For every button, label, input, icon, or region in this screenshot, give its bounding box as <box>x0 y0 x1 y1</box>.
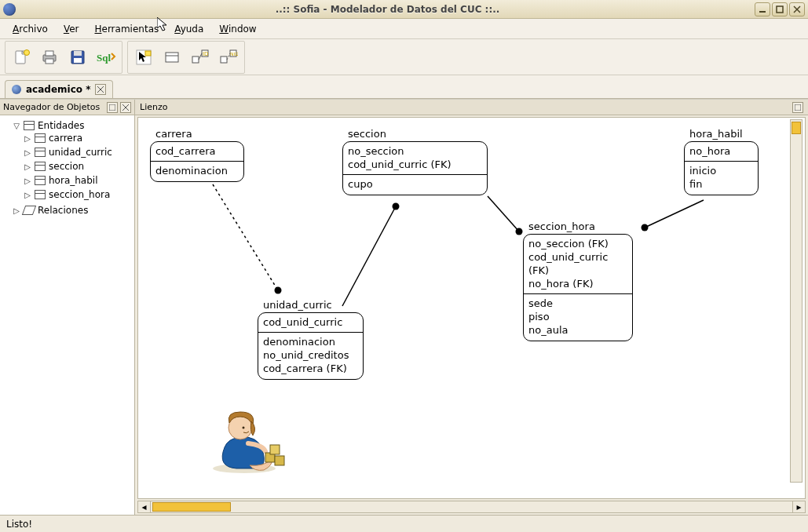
attr: no_seccion <box>348 144 482 158</box>
entity-hora-habil[interactable]: hora_habil no_hora inicio fin <box>684 141 759 195</box>
chevron-right-icon: ▷ <box>24 191 31 199</box>
entity-icon <box>35 190 46 199</box>
entity-title: seccion <box>348 128 386 140</box>
minimize-button[interactable] <box>755 2 770 16</box>
tree-label: Relaciones <box>38 205 88 216</box>
document-tabs: academico * <box>0 75 808 99</box>
nonidentifying-relationship-button[interactable]: NID <box>214 43 243 71</box>
menu-ayuda[interactable]: Ayuda <box>168 21 210 37</box>
sql-button[interactable]: Sql <box>92 43 120 71</box>
canvas-maximize-icon[interactable] <box>792 102 803 113</box>
document-icon <box>12 85 21 94</box>
svg-rect-30 <box>109 104 115 111</box>
canvas-title: Lienzo <box>140 102 167 112</box>
svg-point-7 <box>24 49 30 55</box>
entity-icon <box>35 176 46 185</box>
tab-label: academico * <box>26 84 90 95</box>
tree-node-entidades[interactable]: ▽ Entidades <box>13 120 133 131</box>
entity-carrera[interactable]: carrera cod_carrera denominacion <box>150 141 244 182</box>
tree-node-seccion-hora[interactable]: ▷seccion_hora <box>24 189 133 200</box>
attr: cod_carrera (FK) <box>263 362 358 375</box>
attr: cod_unid_curric (FK) <box>528 250 627 277</box>
attr: piso <box>528 310 627 323</box>
scrollbar-thumb[interactable] <box>152 502 231 512</box>
tree-node-unidad-curric[interactable]: ▷unidad_curric <box>24 147 133 158</box>
entity-unidad-curric[interactable]: unidad_curric cod_unid_curric denominaci… <box>258 312 364 380</box>
attr: sede <box>528 297 627 310</box>
scroll-right-icon[interactable]: ▸ <box>792 501 805 512</box>
attr: no_unid_creditos <box>263 348 358 362</box>
entity-tool-button[interactable] <box>158 43 186 71</box>
attr: no_seccion (FK) <box>528 237 627 250</box>
tree-label: seccion_hora <box>49 189 110 200</box>
identifying-relationship-button[interactable]: ID <box>186 43 214 71</box>
menu-herramientas[interactable]: Herramientas <box>88 21 165 37</box>
close-button[interactable] <box>789 2 805 16</box>
svg-text:ID: ID <box>203 51 208 57</box>
tree-label: hora_habil <box>49 175 97 186</box>
new-document-button[interactable] <box>7 43 35 71</box>
menu-window[interactable]: Window <box>213 21 262 37</box>
tab-close-button[interactable] <box>95 84 106 95</box>
tree-node-seccion[interactable]: ▷seccion <box>24 161 133 172</box>
entity-title: unidad_curric <box>263 299 332 311</box>
status-bar: Listo! <box>0 515 808 532</box>
attr: denominacion <box>155 164 239 177</box>
svg-rect-46 <box>275 456 284 465</box>
attr: no_hora (FK) <box>528 277 627 290</box>
svg-rect-10 <box>46 59 53 64</box>
svg-line-38 <box>488 196 519 231</box>
chevron-right-icon: ▷ <box>24 162 31 171</box>
chevron-down-icon: ▽ <box>13 122 20 130</box>
tree-node-carrera[interactable]: ▷carrera <box>24 133 133 144</box>
svg-text:Sql: Sql <box>97 52 111 64</box>
svg-point-44 <box>243 427 245 429</box>
svg-point-41 <box>642 224 649 231</box>
title-bar: ..:: Sofia - Modelador de Datos del CUC … <box>0 0 808 19</box>
tab-academico[interactable]: academico * <box>5 80 113 98</box>
svg-line-36 <box>342 206 396 306</box>
save-button[interactable] <box>64 43 92 71</box>
svg-rect-1 <box>777 6 783 13</box>
tree-label: carrera <box>49 133 82 144</box>
object-tree[interactable]: ▽ Entidades ▷carrera ▷unidad_curric ▷sec… <box>0 115 134 515</box>
menu-ver[interactable]: Ver <box>57 21 86 37</box>
svg-rect-18 <box>166 53 178 62</box>
relation-icon <box>22 206 36 215</box>
entity-title: seccion_hora <box>528 220 595 232</box>
attr: no_hora <box>689 144 753 158</box>
attr: fin <box>689 177 753 191</box>
svg-rect-20 <box>192 56 199 63</box>
entity-seccion[interactable]: seccion no_seccion cod_unid_curric (FK) … <box>342 141 488 195</box>
chevron-right-icon: ▷ <box>24 148 31 157</box>
navigator-maximize-icon[interactable] <box>107 102 118 113</box>
menu-archivo[interactable]: Archivo <box>6 21 54 37</box>
app-icon <box>3 3 16 16</box>
entity-icon <box>24 121 35 130</box>
attr: cod_unid_curric <box>263 315 358 329</box>
tree-node-relaciones[interactable]: ▷ Relaciones <box>13 205 133 216</box>
horizontal-scrollbar[interactable]: ◂ ▸ <box>137 501 806 513</box>
entity-title: carrera <box>155 128 192 140</box>
navigator-close-icon[interactable] <box>120 102 131 113</box>
status-text: Listo! <box>6 519 32 530</box>
canvas-header: Lienzo <box>135 100 808 115</box>
tree-node-hora-habil[interactable]: ▷hora_habil <box>24 175 133 186</box>
scroll-left-icon[interactable]: ◂ <box>138 501 151 512</box>
svg-point-37 <box>393 203 400 210</box>
attr: denominacion <box>263 335 358 348</box>
svg-rect-13 <box>74 58 82 63</box>
attr: no_aula <box>528 323 627 337</box>
window-title: ..:: Sofia - Modelador de Datos del CUC … <box>20 4 755 15</box>
toolbar: Sql ID NID <box>0 39 808 75</box>
maximize-button[interactable] <box>772 2 788 16</box>
canvas[interactable]: carrera cod_carrera denominacion seccion… <box>137 117 806 499</box>
print-button[interactable] <box>35 43 64 71</box>
navigator-title: Navegador de Objetos <box>3 102 100 112</box>
svg-text:NID: NID <box>230 51 238 56</box>
pointer-tool-button[interactable] <box>130 43 158 71</box>
svg-line-23 <box>199 53 202 60</box>
vertical-scrollbar[interactable] <box>790 119 803 483</box>
entity-seccion-hora[interactable]: seccion_hora no_seccion (FK) cod_unid_cu… <box>523 234 633 341</box>
scrollbar-thumb[interactable] <box>792 122 801 134</box>
